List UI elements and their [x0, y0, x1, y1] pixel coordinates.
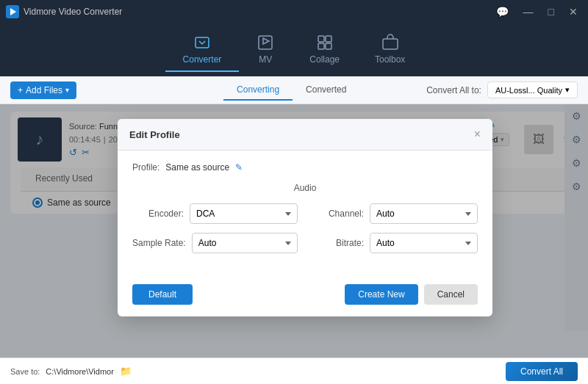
default-button[interactable]: Default: [132, 284, 193, 305]
bitrate-label: Bitrate:: [312, 238, 364, 248]
nav-converter-label: Converter: [183, 54, 222, 65]
svg-rect-4: [318, 36, 324, 42]
app-title: Vidmore Video Converter: [24, 7, 492, 17]
nav-collage[interactable]: Collage: [292, 28, 357, 72]
app-icon: [6, 5, 19, 18]
channel-label: Channel:: [312, 209, 364, 219]
audio-form-grid: Encoder: DCA AAC MP3 AC3 FLAC Channel:: [132, 203, 478, 253]
nav-collage-label: Collage: [309, 54, 340, 65]
chevron-down-icon: ▾: [565, 85, 570, 95]
bitrate-row: Bitrate: Auto 128 kbps 192 kbps 256 kbps…: [312, 233, 478, 253]
convert-all-section: Convert All to: AU-Lossl... Quality ▾: [426, 81, 578, 98]
edit-profile-modal: Edit Profile × Profile: Same as source ✎…: [118, 119, 492, 316]
window-controls[interactable]: 💬 — □ ✕: [492, 4, 582, 19]
encoder-select[interactable]: DCA AAC MP3 AC3 FLAC: [190, 203, 298, 224]
chat-icon[interactable]: 💬: [492, 4, 513, 19]
encoder-label: Encoder:: [132, 209, 184, 219]
maximize-button[interactable]: □: [544, 4, 559, 19]
profile-value: Same as source: [165, 162, 229, 173]
sub-toolbar: + Add Files ▾ Converting Converted Conve…: [0, 76, 588, 104]
nav-converter[interactable]: Converter: [165, 28, 240, 72]
add-files-button[interactable]: + Add Files ▾: [10, 81, 76, 99]
convert-all-button[interactable]: Convert All: [506, 362, 578, 381]
sample-rate-label: Sample Rate:: [132, 238, 186, 248]
minimize-button[interactable]: —: [519, 4, 538, 19]
svg-rect-5: [326, 36, 331, 42]
plus-icon: +: [18, 85, 23, 95]
save-path: C:\Vidmore\Vidmor: [46, 367, 114, 376]
svg-rect-2: [196, 37, 209, 48]
nav-toolbox-label: Toolbox: [375, 54, 405, 65]
modal-overlay: Edit Profile × Profile: Same as source ✎…: [0, 104, 588, 358]
convert-all-label: Convert All to:: [426, 85, 481, 95]
dropdown-arrow-icon: ▾: [65, 86, 69, 94]
modal-body: Profile: Same as source ✎ Audio Encoder:…: [118, 151, 492, 277]
folder-icon[interactable]: 📁: [120, 366, 132, 377]
quality-select-button[interactable]: AU-Lossl... Quality ▾: [487, 81, 578, 98]
svg-rect-8: [383, 39, 398, 49]
channel-select[interactable]: Auto Stereo Mono 5.1: [370, 203, 478, 224]
tab-converting[interactable]: Converting: [223, 80, 293, 101]
sample-rate-select[interactable]: Auto 44100 Hz 48000 Hz 22050 Hz: [192, 233, 298, 253]
converting-tabs: Converting Converted: [223, 80, 359, 101]
tab-converted[interactable]: Converted: [293, 80, 359, 101]
modal-title: Edit Profile: [129, 129, 180, 140]
bottom-bar: Save to: C:\Vidmore\Vidmor 📁 Convert All: [0, 358, 588, 384]
svg-rect-6: [318, 43, 324, 49]
create-new-button[interactable]: Create New: [345, 284, 417, 305]
svg-rect-7: [326, 43, 331, 49]
bitrate-select[interactable]: Auto 128 kbps 192 kbps 256 kbps 320 kbps: [370, 233, 478, 253]
channel-row: Channel: Auto Stereo Mono 5.1: [312, 203, 478, 224]
nav-toolbox[interactable]: Toolbox: [357, 28, 423, 72]
main-content: ♪ Source: Funny Cal...ggers.mp3 ⓘ 00:14:…: [0, 104, 588, 358]
sample-rate-row: Sample Rate: Auto 44100 Hz 48000 Hz 2205…: [132, 233, 298, 253]
modal-header: Edit Profile ×: [118, 119, 492, 151]
modal-footer-right: Create New Cancel: [345, 284, 478, 305]
cancel-button[interactable]: Cancel: [424, 284, 478, 305]
modal-footer: Default Create New Cancel: [118, 277, 492, 316]
profile-label: Profile:: [132, 162, 159, 173]
nav-mv[interactable]: MV: [239, 28, 292, 72]
title-bar: Vidmore Video Converter 💬 — □ ✕: [0, 0, 588, 23]
edit-pencil-icon[interactable]: ✎: [235, 162, 243, 173]
nav-bar: Converter MV Collage Toolbox: [0, 23, 588, 76]
audio-section-title: Audio: [132, 183, 478, 193]
close-button[interactable]: ✕: [564, 4, 582, 19]
encoder-row: Encoder: DCA AAC MP3 AC3 FLAC: [132, 203, 298, 224]
profile-row: Profile: Same as source ✎: [132, 162, 478, 173]
nav-mv-label: MV: [259, 54, 272, 65]
save-to-label: Save to:: [10, 367, 40, 376]
modal-close-button[interactable]: ×: [474, 128, 481, 141]
